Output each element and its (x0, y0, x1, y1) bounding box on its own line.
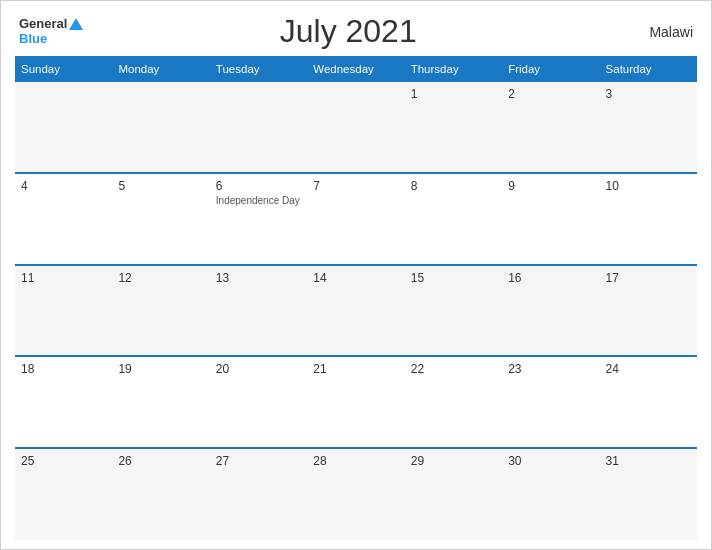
day-header: Monday (112, 58, 209, 80)
week-row: 18192021222324 (15, 355, 697, 447)
day-number: 28 (313, 454, 398, 468)
day-cell: 6Independence Day (210, 174, 307, 264)
day-number: 7 (313, 179, 398, 193)
day-cell: 28 (307, 449, 404, 539)
day-number: 23 (508, 362, 593, 376)
day-cell: 3 (600, 82, 697, 172)
day-cell: 26 (112, 449, 209, 539)
day-number: 26 (118, 454, 203, 468)
day-cell: 27 (210, 449, 307, 539)
day-cell: 18 (15, 357, 112, 447)
day-cell: 19 (112, 357, 209, 447)
day-number: 29 (411, 454, 496, 468)
day-header: Wednesday (307, 58, 404, 80)
day-number: 12 (118, 271, 203, 285)
day-cell (112, 82, 209, 172)
day-event: Independence Day (216, 195, 301, 206)
day-number: 14 (313, 271, 398, 285)
day-cell (15, 82, 112, 172)
day-cell: 7 (307, 174, 404, 264)
day-header: Friday (502, 58, 599, 80)
calendar-grid: SundayMondayTuesdayWednesdayThursdayFrid… (15, 56, 697, 539)
day-cell (307, 82, 404, 172)
weeks-container: 123456Independence Day789101112131415161… (15, 80, 697, 539)
day-number: 21 (313, 362, 398, 376)
day-cell: 16 (502, 266, 599, 356)
day-number: 19 (118, 362, 203, 376)
day-number: 11 (21, 271, 106, 285)
logo-triangle-icon (69, 18, 83, 30)
day-number: 27 (216, 454, 301, 468)
day-header: Thursday (405, 58, 502, 80)
day-number: 24 (606, 362, 691, 376)
country-label: Malawi (613, 24, 693, 40)
day-cell: 11 (15, 266, 112, 356)
day-number: 2 (508, 87, 593, 101)
week-row: 123 (15, 80, 697, 172)
day-cell: 9 (502, 174, 599, 264)
day-number: 16 (508, 271, 593, 285)
day-cell: 8 (405, 174, 502, 264)
calendar-container: General Blue July 2021 Malawi SundayMond… (0, 0, 712, 550)
day-header: Saturday (600, 58, 697, 80)
day-cell: 12 (112, 266, 209, 356)
day-cell: 2 (502, 82, 599, 172)
day-cell: 17 (600, 266, 697, 356)
calendar-header: General Blue July 2021 Malawi (1, 1, 711, 56)
day-number: 15 (411, 271, 496, 285)
day-cell: 14 (307, 266, 404, 356)
day-cell (210, 82, 307, 172)
day-cell: 15 (405, 266, 502, 356)
day-number: 6 (216, 179, 301, 193)
day-number: 4 (21, 179, 106, 193)
week-row: 11121314151617 (15, 264, 697, 356)
day-header: Sunday (15, 58, 112, 80)
day-number: 5 (118, 179, 203, 193)
day-cell: 23 (502, 357, 599, 447)
day-cell: 24 (600, 357, 697, 447)
day-number: 30 (508, 454, 593, 468)
day-cell: 5 (112, 174, 209, 264)
day-number: 9 (508, 179, 593, 193)
calendar-title: July 2021 (83, 13, 613, 50)
day-number: 20 (216, 362, 301, 376)
day-cell: 31 (600, 449, 697, 539)
day-cell: 30 (502, 449, 599, 539)
logo-general-text: General (19, 17, 67, 31)
day-number: 31 (606, 454, 691, 468)
day-number: 18 (21, 362, 106, 376)
day-header: Tuesday (210, 58, 307, 80)
day-number: 25 (21, 454, 106, 468)
day-number: 10 (606, 179, 691, 193)
day-cell: 21 (307, 357, 404, 447)
logo: General Blue (19, 17, 83, 46)
day-cell: 22 (405, 357, 502, 447)
day-cell: 29 (405, 449, 502, 539)
week-row: 25262728293031 (15, 447, 697, 539)
logo-blue-text: Blue (19, 32, 83, 46)
day-number: 3 (606, 87, 691, 101)
day-cell: 13 (210, 266, 307, 356)
day-cell: 20 (210, 357, 307, 447)
day-cell: 1 (405, 82, 502, 172)
day-number: 22 (411, 362, 496, 376)
day-headers: SundayMondayTuesdayWednesdayThursdayFrid… (15, 56, 697, 80)
logo-general: General (19, 17, 83, 31)
day-number: 17 (606, 271, 691, 285)
day-number: 8 (411, 179, 496, 193)
day-cell: 4 (15, 174, 112, 264)
week-row: 456Independence Day78910 (15, 172, 697, 264)
day-number: 13 (216, 271, 301, 285)
day-cell: 25 (15, 449, 112, 539)
day-number: 1 (411, 87, 496, 101)
day-cell: 10 (600, 174, 697, 264)
